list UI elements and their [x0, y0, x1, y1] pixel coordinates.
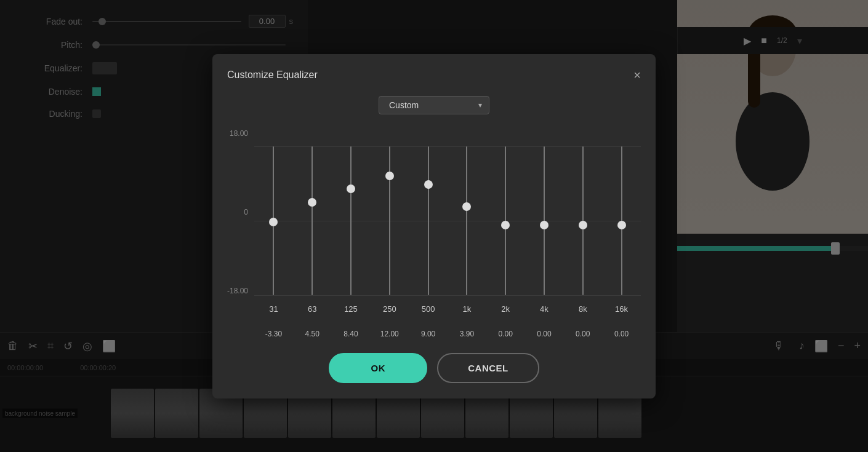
eq-slider-track-16khz[interactable] [621, 146, 622, 295]
eq-slider-thumb-250hz[interactable] [385, 172, 394, 180]
preset-row: Custom Flat Bass Boost Treble Boost Pop … [227, 96, 641, 114]
eq-slider-31hz[interactable] [254, 146, 293, 295]
eq-slider-thumb-63hz[interactable] [308, 198, 316, 207]
eq-slider-thumb-2khz[interactable] [501, 221, 510, 229]
eq-slider-track-31hz[interactable] [273, 146, 274, 295]
eq-slider-thumb-125hz[interactable] [347, 184, 355, 193]
eq-container: 18.00 0 -18.00 31631252505001k2k4k8k16k … [227, 129, 641, 338]
x-label-4khz: 4k [525, 304, 564, 314]
ok-button[interactable]: OK [329, 353, 427, 383]
eq-slider-250hz[interactable] [370, 146, 409, 295]
val-label-16khz: 0.00 [602, 330, 641, 338]
eq-slider-125hz[interactable] [332, 146, 371, 295]
val-label-8khz: 0.00 [563, 330, 602, 338]
eq-slider-4khz[interactable] [525, 146, 564, 295]
eq-slider-8khz[interactable] [563, 146, 602, 295]
x-label-250hz: 250 [370, 304, 409, 314]
cancel-button[interactable]: CANCEL [437, 353, 539, 383]
modal-overlay: Customize Equalizer × Custom Flat Bass B… [0, 0, 868, 452]
val-axis: -3.304.508.4012.009.003.900.000.000.000.… [254, 330, 641, 338]
x-label-500hz: 500 [409, 304, 448, 314]
eq-slider-track-1khz[interactable] [466, 146, 467, 295]
eq-slider-thumb-31hz[interactable] [269, 218, 278, 226]
val-label-500hz: 9.00 [409, 330, 448, 338]
x-label-8khz: 8k [563, 304, 602, 314]
x-label-16khz: 16k [602, 304, 641, 314]
val-label-63hz: 4.50 [293, 330, 332, 338]
val-label-1khz: 3.90 [448, 330, 486, 338]
grid-line-bot [254, 295, 641, 296]
eq-slider-track-63hz[interactable] [311, 146, 313, 295]
eq-slider-thumb-16khz[interactable] [617, 221, 626, 229]
val-label-125hz: 8.40 [332, 330, 371, 338]
x-label-63hz: 63 [293, 304, 332, 314]
x-label-125hz: 125 [332, 304, 371, 314]
sliders-row [254, 146, 641, 295]
eq-slider-track-4khz[interactable] [544, 146, 545, 295]
y-label-top: 18.00 [230, 129, 248, 138]
eq-slider-track-125hz[interactable] [350, 146, 352, 295]
val-label-250hz: 12.00 [370, 330, 409, 338]
modal-close-button[interactable]: × [633, 69, 641, 81]
val-label-31hz: -3.30 [254, 330, 293, 338]
x-label-1khz: 1k [448, 304, 486, 314]
x-label-2khz: 2k [486, 304, 525, 314]
customize-equalizer-modal: Customize Equalizer × Custom Flat Bass B… [212, 54, 656, 398]
y-label-bot: -18.00 [227, 287, 248, 295]
eq-slider-thumb-1khz[interactable] [462, 202, 471, 211]
eq-slider-2khz[interactable] [486, 146, 525, 295]
eq-slider-track-8khz[interactable] [582, 146, 584, 295]
eq-slider-track-2khz[interactable] [505, 146, 506, 295]
val-label-2khz: 0.00 [486, 330, 525, 338]
preset-select[interactable]: Custom Flat Bass Boost Treble Boost Pop … [379, 96, 489, 114]
x-axis: 31631252505001k2k4k8k16k [254, 304, 641, 314]
eq-slider-track-250hz[interactable] [389, 146, 390, 295]
eq-slider-1khz[interactable] [448, 146, 486, 295]
y-axis: 18.00 0 -18.00 [227, 129, 252, 295]
eq-slider-63hz[interactable] [293, 146, 332, 295]
modal-title: Customize Equalizer [227, 69, 318, 81]
y-label-mid: 0 [244, 208, 248, 216]
eq-slider-thumb-4khz[interactable] [540, 221, 549, 229]
eq-slider-thumb-500hz[interactable] [424, 180, 433, 189]
val-label-4khz: 0.00 [525, 330, 564, 338]
x-label-31hz: 31 [254, 304, 293, 314]
eq-slider-500hz[interactable] [409, 146, 448, 295]
eq-slider-thumb-8khz[interactable] [579, 221, 587, 229]
preset-wrapper: Custom Flat Bass Boost Treble Boost Pop … [379, 96, 489, 114]
eq-slider-track-500hz[interactable] [428, 146, 429, 295]
eq-slider-16khz[interactable] [602, 146, 641, 295]
modal-header: Customize Equalizer × [227, 69, 641, 81]
modal-footer: OK CANCEL [227, 353, 641, 383]
